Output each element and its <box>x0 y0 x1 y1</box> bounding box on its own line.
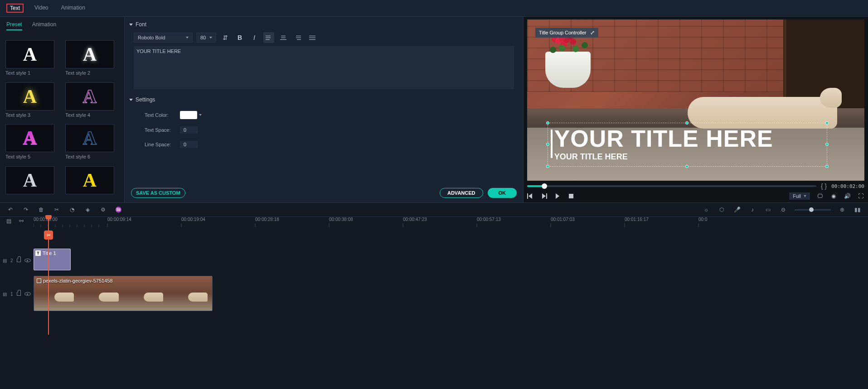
snapshot-icon[interactable]: ◉ <box>830 192 837 200</box>
ruler-mark: 00:0 <box>698 217 707 222</box>
scrub-row: { } 00:00:02:00 <box>527 181 864 192</box>
playhead[interactable]: ✂ <box>48 217 49 335</box>
disclosure-icon <box>129 99 133 101</box>
preset-label: Text style 1 <box>5 70 59 76</box>
chevron-down-icon <box>186 37 189 38</box>
zoom-fit-icon[interactable]: ▮▮ <box>853 206 862 214</box>
resize-handle[interactable] <box>825 165 829 168</box>
line-space-input[interactable]: 0 <box>180 141 198 148</box>
preset-text-style-2[interactable]: AText style 2 <box>65 40 119 79</box>
video-preview[interactable]: Title Group Controller⤢ YOUR TITLE HERE … <box>527 19 864 181</box>
resize-handle[interactable] <box>546 143 549 146</box>
resize-handle[interactable] <box>546 121 549 125</box>
eye-icon[interactable] <box>24 259 31 262</box>
music-icon[interactable]: ♪ <box>748 206 756 214</box>
tab-video[interactable]: Video <box>33 4 50 13</box>
volume-icon[interactable]: 🔊 <box>844 192 851 200</box>
preset-text-style-6[interactable]: AText style 6 <box>65 124 119 163</box>
loop-icon[interactable]: { } <box>821 182 827 190</box>
video-track[interactable]: ▤1 pexels-zlatin-georgiev-5751458 <box>34 276 868 312</box>
zoom-in-icon[interactable]: ⊕ <box>838 206 846 214</box>
stop-button[interactable] <box>568 193 574 199</box>
display-icon[interactable]: 🖵 <box>816 192 824 200</box>
scissors-icon[interactable]: ✂ <box>44 231 53 240</box>
resize-handle[interactable] <box>825 121 829 125</box>
line-space-label: Line Space: <box>134 142 175 147</box>
preset-text-style-4[interactable]: AText style 4 <box>65 82 119 121</box>
text-color-label: Text Color: <box>134 112 175 118</box>
tab-text[interactable]: Text <box>6 4 24 13</box>
prev-frame-button[interactable] <box>527 193 533 199</box>
align-center-button[interactable] <box>278 32 289 43</box>
link-icon[interactable]: ⚯ <box>17 217 25 225</box>
preset-text-style-7[interactable]: A <box>5 166 59 197</box>
font-size-select[interactable]: 80 <box>196 33 216 43</box>
italic-button[interactable]: I <box>249 32 260 43</box>
redo-icon[interactable]: ↷ <box>22 206 30 214</box>
next-frame-button[interactable] <box>541 193 547 199</box>
scrub-knob[interactable] <box>542 183 547 189</box>
vertical-text-button[interactable]: ⇵ <box>220 32 231 43</box>
save-as-custom-button[interactable]: SAVE AS CUSTOM <box>131 188 185 198</box>
delete-icon[interactable]: 🗑 <box>37 206 45 214</box>
play-button[interactable] <box>554 193 561 199</box>
eye-icon[interactable] <box>24 292 31 296</box>
font-family-select[interactable]: Roboto Bold <box>134 33 193 43</box>
title-clip[interactable]: T Title 1 <box>34 249 71 270</box>
zoom-slider[interactable] <box>795 209 831 211</box>
ok-button[interactable]: OK <box>488 188 517 198</box>
preview-options: Full 🖵 ◉ 🔊 ⛶ <box>789 192 864 200</box>
title-group-controller-chip[interactable]: Title Group Controller⤢ <box>535 28 598 38</box>
marker-icon[interactable]: ⬡ <box>718 206 726 214</box>
adjust-icon[interactable]: ⚙ <box>99 206 107 214</box>
ruler-mark: 00:00:47:23 <box>403 217 427 222</box>
subtab-preset[interactable]: Preset <box>6 21 22 30</box>
text-color-picker[interactable] <box>180 111 202 119</box>
lock-icon[interactable] <box>17 292 21 296</box>
undo-icon[interactable]: ↶ <box>6 206 15 214</box>
preview-panel: Title Group Controller⤢ YOUR TITLE HERE … <box>524 17 868 202</box>
split-icon[interactable]: ✂ <box>53 206 61 214</box>
subtab-animation[interactable]: Animation <box>32 21 56 30</box>
bold-button[interactable]: B <box>234 32 245 43</box>
preset-label: Text style 5 <box>5 154 59 159</box>
voiceover-icon[interactable]: 🎤 <box>733 206 741 214</box>
preset-text-style-3[interactable]: AText style 3 <box>5 82 59 121</box>
title-text-input[interactable]: YOUR TITLE HERE <box>134 46 514 89</box>
resize-handle[interactable] <box>685 121 689 125</box>
scrub-bar[interactable] <box>527 185 816 187</box>
tab-animation[interactable]: Animation <box>59 4 87 13</box>
title-bounding-box[interactable]: YOUR TITLE HERE YOUR TITLE HERE <box>548 123 828 167</box>
ruler-row: ▤ ⚯ ✂ 00:00:00:00 00:00:09:14 00:00:19:0… <box>0 217 868 231</box>
inspector-panel: Font Roboto Bold 80 ⇵ B I YOUR TITLE HER… <box>125 17 524 202</box>
crop-icon[interactable]: ◈ <box>83 206 92 214</box>
audio-icon[interactable]: ♒ <box>114 206 122 214</box>
fullscreen-icon[interactable]: ⛶ <box>857 192 864 200</box>
track-header: ▤2 <box>0 249 34 272</box>
align-right-button[interactable] <box>292 32 303 43</box>
preset-label: Text style 4 <box>65 112 119 118</box>
mixer-icon[interactable]: ☼ <box>702 206 710 214</box>
settings-section-header[interactable]: Settings <box>129 92 519 107</box>
title-track[interactable]: ▤2 T Title 1 <box>34 249 868 272</box>
time-ruler[interactable]: ✂ 00:00:00:00 00:00:09:14 00:00:19:04 00… <box>34 217 868 231</box>
video-clip[interactable]: pexels-zlatin-georgiev-5751458 <box>34 276 213 311</box>
preset-text-style-5[interactable]: AText style 5 <box>5 124 59 163</box>
color-swatch-icon <box>180 111 197 119</box>
align-justify-button[interactable] <box>307 32 318 43</box>
preset-text-style-8[interactable]: A <box>65 166 119 197</box>
align-left-button[interactable] <box>263 32 274 43</box>
resize-handle[interactable] <box>546 165 549 168</box>
font-section-header[interactable]: Font <box>129 17 519 32</box>
zoom-out-icon[interactable]: ⊖ <box>779 206 787 214</box>
speed-icon[interactable]: ◔ <box>68 206 76 214</box>
lock-icon[interactable] <box>17 259 21 262</box>
advanced-button[interactable]: ADVANCED <box>440 188 483 198</box>
preset-text-style-1[interactable]: AText style 1 <box>5 40 59 79</box>
render-icon[interactable]: ▭ <box>764 206 772 214</box>
track-manage-icon[interactable]: ▤ <box>5 217 13 225</box>
quality-select[interactable]: Full <box>789 192 810 200</box>
preset-label: Text style 3 <box>5 112 59 118</box>
ruler-mark: 00:00:19:04 <box>181 217 205 222</box>
text-space-input[interactable]: 0 <box>180 126 198 134</box>
